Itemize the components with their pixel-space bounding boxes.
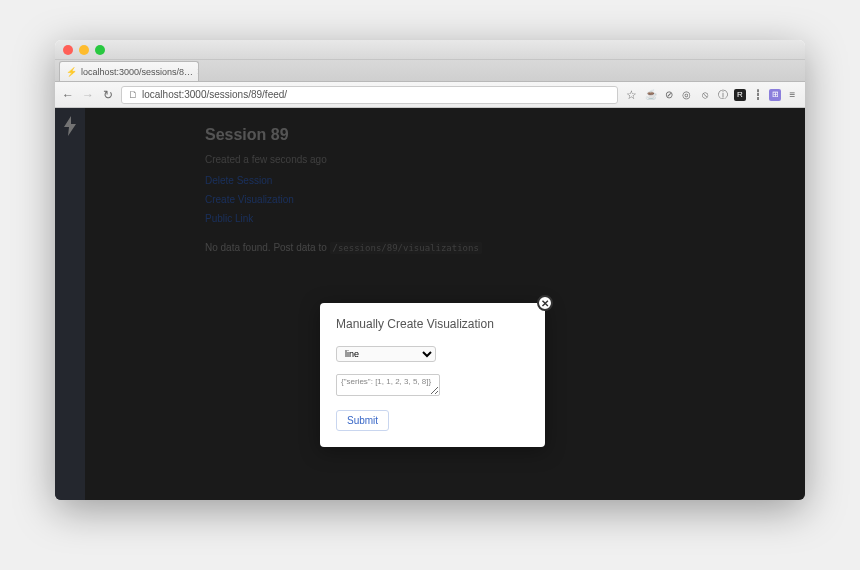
create-visualization-modal: ✕ Manually Create Visualization line Sub… — [320, 303, 545, 447]
nav-reload-button[interactable]: ↻ — [101, 88, 115, 102]
extension-r-badge-icon[interactable]: R — [734, 89, 746, 101]
window-titlebar — [55, 40, 805, 60]
nav-forward-button[interactable]: → — [81, 88, 95, 102]
tab-favicon-icon: ⚡ — [66, 67, 77, 77]
extension-grid-icon[interactable]: ⊞ — [769, 89, 781, 101]
window-minimize-button[interactable] — [79, 45, 89, 55]
extension-info-icon[interactable]: ⓘ — [716, 88, 729, 101]
extension-noscript-icon[interactable]: ⊘ — [662, 88, 675, 101]
viz-type-select[interactable]: line — [336, 346, 436, 362]
submit-button[interactable]: Submit — [336, 410, 389, 431]
browser-tab[interactable]: ⚡ localhost:3000/sessions/8… × — [59, 61, 199, 81]
tab-close-icon[interactable]: × — [197, 66, 199, 77]
extension-adblock-icon[interactable]: ⦸ — [698, 88, 711, 101]
window-close-button[interactable] — [63, 45, 73, 55]
modal-title: Manually Create Visualization — [336, 317, 529, 331]
extension-coffee-icon[interactable]: ☕ — [644, 88, 657, 101]
page-info-icon[interactable]: 🗋 — [128, 89, 138, 100]
tab-strip: ⚡ localhost:3000/sessions/8… × — [55, 60, 805, 82]
page-viewport: Session 89 Created a few seconds ago Del… — [55, 108, 805, 500]
nav-back-button[interactable]: ← — [61, 88, 75, 102]
window-zoom-button[interactable] — [95, 45, 105, 55]
bookmark-star-icon[interactable]: ☆ — [624, 88, 638, 102]
tab-title: localhost:3000/sessions/8… — [81, 67, 193, 77]
address-bar[interactable]: 🗋 localhost:3000/sessions/89/feed/ — [121, 86, 618, 104]
extension-separator-icon: ┇ — [751, 88, 764, 101]
browser-menu-icon[interactable]: ≡ — [786, 88, 799, 101]
modal-close-button[interactable]: ✕ — [537, 295, 553, 311]
extension-target-icon[interactable]: ◎ — [680, 88, 693, 101]
browser-window: ⚡ localhost:3000/sessions/8… × ← → ↻ 🗋 l… — [55, 40, 805, 500]
address-bar-url: localhost:3000/sessions/89/feed/ — [142, 89, 287, 100]
viz-payload-textarea[interactable] — [336, 374, 440, 396]
extension-tray: ☕ ⊘ ◎ ⦸ ⓘ R ┇ ⊞ ≡ — [644, 88, 799, 101]
browser-toolbar: ← → ↻ 🗋 localhost:3000/sessions/89/feed/… — [55, 82, 805, 108]
